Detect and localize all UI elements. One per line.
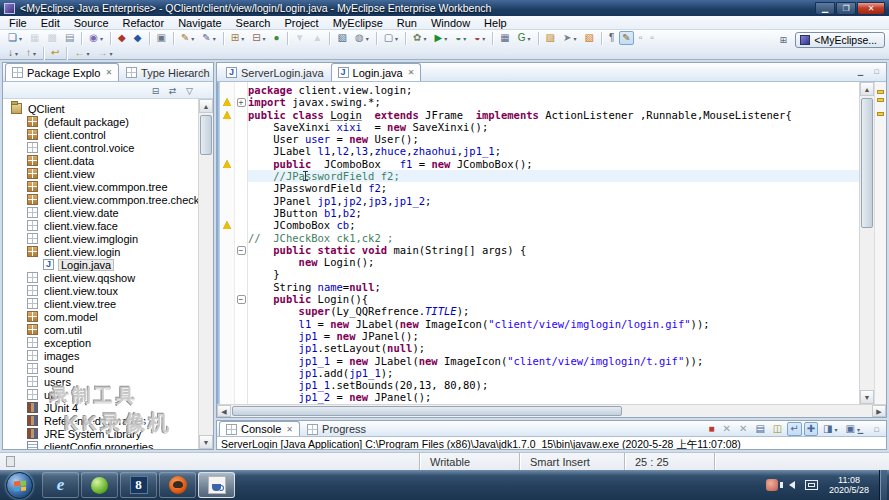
editor-vertical-scrollbar[interactable]: ▲ ▼	[859, 82, 874, 404]
minimize-button[interactable]: ▁	[815, 2, 835, 15]
fold-collapse-icon[interactable]: −	[237, 295, 246, 304]
scroll-thumb[interactable]	[861, 98, 873, 228]
scroll-down-icon[interactable]: ▼	[860, 390, 874, 404]
code-line-5[interactable]: User user = new User();	[248, 133, 859, 145]
tree-item-junit-4[interactable]: JUnit 4	[3, 401, 213, 414]
menu-edit[interactable]: Edit	[34, 16, 67, 30]
minimize-console-icon[interactable]: ▁	[854, 424, 867, 435]
scroll-right-icon[interactable]: ▶	[872, 405, 886, 417]
web-browser-icon[interactable]: ◍▾	[352, 31, 372, 45]
fold-collapse-icon[interactable]: −	[237, 246, 246, 255]
toggle-breadcrumb-icon[interactable]: ▫	[636, 31, 646, 45]
last-edit-location-icon[interactable]: ↩	[48, 46, 62, 60]
debug-icon[interactable]: ✿▾	[410, 31, 429, 45]
annotation-ruler[interactable]	[220, 82, 235, 404]
server-config-icon[interactable]: ▣	[154, 31, 169, 45]
save-all-icon[interactable]: ▩	[44, 31, 59, 45]
tree-item-client-view-tree[interactable]: client.view.tree	[3, 297, 213, 310]
tree-item-sound[interactable]: sound	[3, 362, 213, 375]
code-line-17[interactable]: String name=null;	[248, 281, 859, 293]
code-line-20[interactable]: l1 = new JLabel(new ImageIcon("client/vi…	[248, 318, 859, 330]
code-area[interactable]: package client.view.login;import javax.s…	[248, 82, 859, 404]
fold-ruler[interactable]: +−−	[235, 82, 248, 404]
warning-icon[interactable]	[223, 160, 231, 168]
tree-item-util[interactable]: util	[3, 388, 213, 401]
tree-item-client-view-commpon-tree-check[interactable]: client.view.commpon.tree.check	[3, 193, 213, 206]
close-tab-icon[interactable]: ✕	[105, 68, 112, 77]
taskbar-clock[interactable]: 11:08 2020/5/28	[825, 475, 873, 495]
java-editor-icon[interactable]: ✎▾	[178, 31, 197, 45]
tree-item-com-model[interactable]: com.model	[3, 310, 213, 323]
menu-navigate[interactable]: Navigate	[171, 16, 228, 30]
myeclipse-perspective-button[interactable]: <MyEclipse...	[795, 32, 885, 48]
code-line-16[interactable]: }	[248, 268, 859, 280]
tree-item-client-view-imglogin[interactable]: client.view.imglogin	[3, 232, 213, 245]
tree-item-client-view[interactable]: client.view	[3, 167, 213, 180]
export-archive-icon[interactable]: ▲	[310, 31, 326, 45]
warning-mark[interactable]	[877, 98, 884, 102]
menu-search[interactable]: Search	[229, 16, 278, 30]
profile-icon[interactable]: ◒▾	[471, 31, 488, 45]
word-wrap-icon[interactable]: ↵	[787, 422, 801, 436]
pin-console-icon[interactable]: ✚	[804, 422, 818, 436]
code-line-12[interactable]: JComboBox cb;	[248, 219, 859, 231]
next-annotation-icon[interactable]: ↓▾	[5, 46, 21, 60]
show-desktop-button[interactable]	[879, 470, 887, 500]
generate-icon[interactable]: G▾	[515, 31, 534, 45]
menu-run[interactable]: Run	[390, 16, 424, 30]
code-line-23[interactable]: jp1_1 = new JLabel(new ImageIcon("client…	[248, 355, 859, 367]
scroll-down-icon[interactable]: ▼	[199, 435, 213, 449]
mark-occurrences-icon[interactable]: ✎	[619, 31, 633, 45]
run-icon[interactable]: ▶▾	[432, 31, 451, 45]
media-tool-icon[interactable]: ▧	[334, 31, 349, 45]
scroll-thumb[interactable]	[200, 115, 212, 155]
run-server-icon[interactable]: ◆	[131, 31, 145, 45]
scroll-lock-icon[interactable]: ◫	[770, 422, 785, 436]
fold-expand-icon[interactable]: +	[237, 98, 246, 107]
code-line-3[interactable]: public class Login extends JFrame implem…	[248, 109, 859, 121]
warning-mark[interactable]	[877, 112, 884, 116]
save-icon[interactable]: ▦	[27, 31, 42, 45]
back-icon[interactable]: ←▾	[71, 46, 92, 60]
tree-item-clientconfig-properties[interactable]: clientConfig.properties	[3, 440, 213, 449]
deploy-project-icon[interactable]: ◆	[115, 31, 129, 45]
taskbar-item-green-app[interactable]	[81, 472, 118, 498]
scroll-thumb[interactable]	[232, 406, 622, 416]
taskbar-item-orange-app[interactable]	[159, 472, 196, 498]
code-line-7[interactable]: public JComboBox f1 = new JComboBox();	[248, 158, 859, 170]
code-line-11[interactable]: JButton b1,b2;	[248, 207, 859, 219]
close-button[interactable]: ✕	[857, 2, 885, 15]
code-line-19[interactable]: super(Ly_QQRefrence.TITLE);	[248, 305, 859, 317]
link-with-editor-icon[interactable]: ⇄	[165, 83, 180, 97]
tree-vertical-scrollbar[interactable]: ▲ ▼	[198, 99, 213, 449]
toggle-block-icon[interactable]: ▫	[647, 31, 657, 45]
scroll-left-icon[interactable]: ◀	[217, 405, 231, 417]
new-wizard-icon[interactable]: ❏▾	[5, 31, 25, 45]
code-line-2[interactable]: import javax.swing.*;	[248, 96, 859, 108]
tree-item-com-util[interactable]: com.util	[3, 323, 213, 336]
code-line-21[interactable]: jp1 = new JPanel();	[248, 330, 859, 342]
run-coverage-icon[interactable]: ◒▾	[452, 31, 469, 45]
minimize-view-icon[interactable]: ▁	[181, 66, 194, 77]
taskbar-item-internet-explorer[interactable]: e	[42, 472, 79, 498]
menu-myeclipse[interactable]: MyEclipse	[326, 16, 390, 30]
menu-window[interactable]: Window	[424, 16, 477, 30]
maximize-editor-icon[interactable]: □	[870, 66, 883, 77]
tree-item-login-java[interactable]: Login.java	[3, 258, 213, 271]
maximize-console-icon[interactable]: □	[870, 424, 883, 435]
overview-ruler[interactable]	[874, 82, 886, 404]
myeclipse-run-icon[interactable]: ◉▾	[86, 31, 106, 45]
forward-icon[interactable]: →▾	[94, 46, 115, 60]
restore-button[interactable]: ❐	[836, 2, 856, 15]
remove-all-launches-icon[interactable]: ✕	[736, 422, 750, 436]
prev-annotation-icon[interactable]: ↑▾	[23, 46, 39, 60]
console-tab-console[interactable]: Console✕	[219, 421, 300, 436]
code-line-1[interactable]: package client.view.login;	[248, 84, 859, 96]
warning-icon[interactable]	[223, 98, 231, 106]
tree-item-qclient[interactable]: QClient	[3, 102, 213, 115]
task-folder-icon[interactable]: ▧	[581, 31, 596, 45]
tree-item-client-view-commpon-tree[interactable]: client.view.commpon.tree	[3, 180, 213, 193]
tree-item-client-view-face[interactable]: client.view.face	[3, 219, 213, 232]
web-service-icon[interactable]: ●	[271, 31, 283, 45]
editor-tab-login-java[interactable]: Login.java✕	[331, 63, 422, 81]
